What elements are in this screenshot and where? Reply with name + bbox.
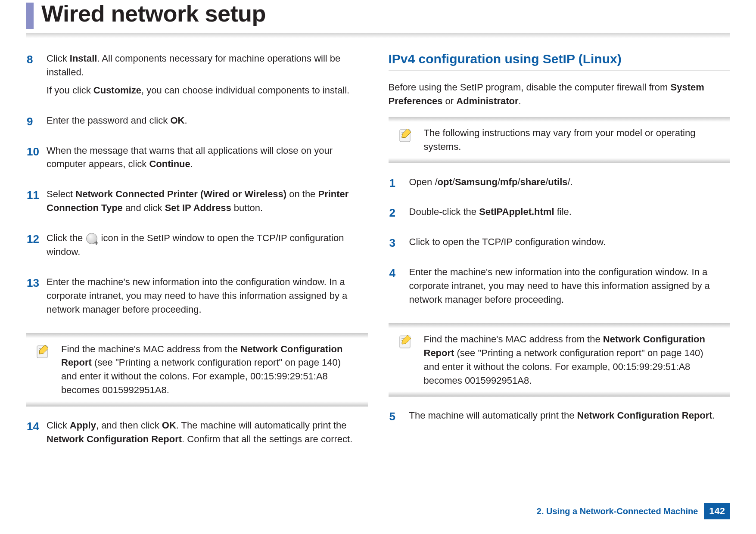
step-text: Open /opt/Samsung/mfp/share/utils/. (409, 175, 731, 189)
step-text: The machine will automatically print the… (409, 409, 731, 422)
step-number: 11 (26, 187, 47, 219)
intro-paragraph: Before using the SetIP program, disable … (389, 81, 731, 108)
step-number: 4 (389, 265, 409, 311)
footer: 2. Using a Network-Connected Machine 142 (537, 503, 730, 519)
step: 4Enter the machine's new information int… (389, 265, 731, 311)
step-text: Select Network Connected Printer (Wired … (47, 187, 368, 215)
step-text: Click Install. All components necessary … (47, 52, 368, 79)
step: 10When the message that warns that all a… (26, 144, 368, 176)
step: 8Click Install. All components necessary… (26, 52, 368, 102)
step-number: 12 (26, 231, 47, 263)
title-underline (26, 33, 730, 39)
step-text: Enter the password and click OK. (47, 114, 368, 127)
page-title: Wired network setup (41, 0, 266, 27)
step: 5The machine will automatically print th… (389, 409, 731, 427)
step: 2Double-click the SetIPApplet.html file. (389, 205, 731, 223)
step-body: Enter the machine's new information into… (409, 265, 731, 311)
step: 14Click Apply, and then click OK. The ma… (26, 419, 368, 450)
step-body: Click to open the TCP/IP configuration w… (409, 235, 731, 253)
footer-page-number: 142 (704, 503, 730, 519)
step-number: 1 (389, 175, 409, 193)
footer-chapter: 2. Using a Network-Connected Machine (537, 506, 698, 516)
right-column: IPv4 configuration using SetIP (Linux) B… (389, 52, 731, 463)
step-body: Enter the password and click OK. (47, 114, 368, 132)
note-icon (35, 343, 51, 359)
step: 3Click to open the TCP/IP configuration … (389, 235, 731, 253)
step-text: Click to open the TCP/IP configuration w… (409, 235, 731, 249)
step-text: Click the icon in the SetIP window to op… (47, 231, 368, 259)
step: 9Enter the password and click OK. (26, 114, 368, 132)
note-text: Find the machine's MAC address from the … (424, 332, 722, 388)
section-heading-linux: IPv4 configuration using SetIP (Linux) (389, 52, 731, 71)
left-step-14: 14Click Apply, and then click OK. The ma… (26, 419, 368, 450)
step-body: Click Apply, and then click OK. The mach… (47, 419, 368, 450)
step-text: Enter the machine's new information into… (409, 265, 731, 307)
step-number: 3 (389, 235, 409, 253)
step-number: 8 (26, 52, 47, 102)
note-icon (398, 333, 414, 349)
note-text: The following instructions may vary from… (424, 126, 722, 154)
note-text: Find the machine's MAC address from the … (61, 342, 359, 397)
right-steps: 1Open /opt/Samsung/mfp/share/utils/.2Dou… (389, 175, 731, 311)
step-body: Click the icon in the SetIP window to op… (47, 231, 368, 263)
step-body: When the message that warns that all app… (47, 144, 368, 176)
step-text: Click Apply, and then click OK. The mach… (47, 419, 368, 446)
step-body: Open /opt/Samsung/mfp/share/utils/. (409, 175, 731, 193)
left-steps: 8Click Install. All components necessary… (26, 52, 368, 321)
step-body: Enter the machine's new information into… (47, 275, 368, 321)
step-body: Double-click the SetIPApplet.html file. (409, 205, 731, 223)
note-mac-left: Find the machine's MAC address from the … (26, 333, 368, 407)
step-number: 9 (26, 114, 47, 132)
step-number: 10 (26, 144, 47, 176)
note-mac-right: Find the machine's MAC address from the … (389, 323, 731, 397)
step-body: The machine will automatically print the… (409, 409, 731, 427)
title-accent (26, 3, 34, 29)
right-step-5: 5The machine will automatically print th… (389, 409, 731, 427)
step-number: 2 (389, 205, 409, 223)
setip-add-icon (86, 233, 97, 244)
step-text: Double-click the SetIPApplet.html file. (409, 205, 731, 219)
step: 13Enter the machine's new information in… (26, 275, 368, 321)
step-text: When the message that warns that all app… (47, 144, 368, 171)
left-column: 8Click Install. All components necessary… (26, 52, 368, 463)
note-os-vary: The following instructions may vary from… (389, 117, 731, 163)
step-text: If you click Customize, you can choose i… (47, 84, 368, 97)
step-number: 14 (26, 419, 47, 450)
step-text: Enter the machine's new information into… (47, 275, 368, 317)
step: 12Click the icon in the SetIP window to … (26, 231, 368, 263)
step-body: Select Network Connected Printer (Wired … (47, 187, 368, 219)
step-body: Click Install. All components necessary … (47, 52, 368, 102)
note-icon (398, 127, 414, 143)
step: 11Select Network Connected Printer (Wire… (26, 187, 368, 219)
step-number: 13 (26, 275, 47, 321)
step-number: 5 (389, 409, 409, 427)
step: 1Open /opt/Samsung/mfp/share/utils/. (389, 175, 731, 193)
title-bar: Wired network setup (26, 0, 730, 29)
